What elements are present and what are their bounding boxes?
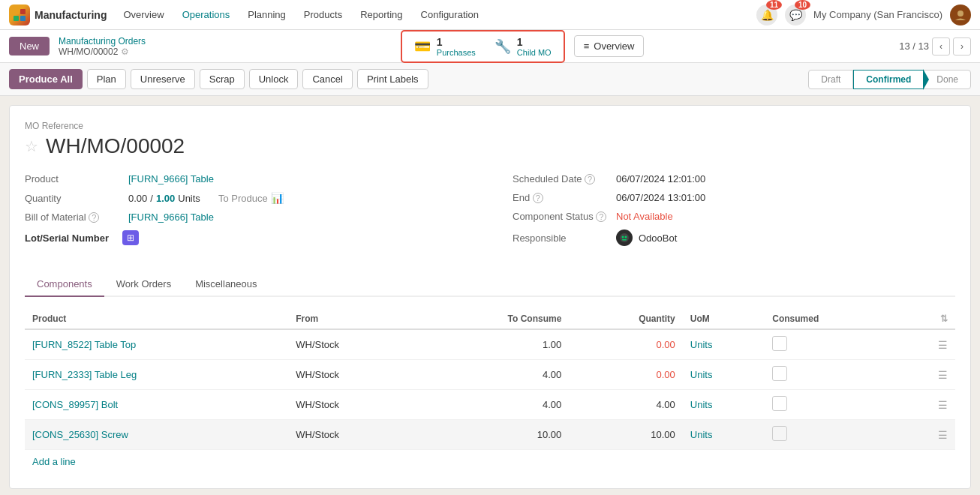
purchases-smart-button[interactable]: 💳 1 Purchases: [405, 33, 485, 60]
row-to-consume: 4.00: [417, 360, 569, 390]
nav-planning[interactable]: Planning: [240, 6, 293, 23]
component-status-label: Component Status ?: [513, 211, 610, 222]
to-produce-label: To Produce: [218, 193, 268, 204]
product-value[interactable]: [FURN_9666] Table: [128, 173, 214, 184]
col-to-consume[interactable]: To Consume: [417, 309, 569, 329]
scrap-button[interactable]: Scrap: [200, 69, 245, 89]
end-date-help-icon[interactable]: ?: [533, 193, 543, 203]
quantity-separator: /: [150, 193, 153, 204]
quantity-total[interactable]: 1.00: [156, 193, 175, 204]
row-to-consume: 1.00: [417, 329, 569, 360]
app-logo: Manufacturing: [9, 4, 107, 26]
row-uom[interactable]: Units: [683, 390, 765, 420]
col-consumed: Consumed: [765, 309, 900, 329]
pagination-next-button[interactable]: ›: [953, 38, 971, 56]
row-detail[interactable]: ☰: [900, 360, 955, 390]
bom-field-row: Bill of Material ? [FURN_9666] Table: [25, 212, 467, 223]
row-uom[interactable]: Units: [683, 420, 765, 450]
add-line-button[interactable]: Add a line: [25, 450, 83, 473]
child-mo-smart-button[interactable]: 🔧 1 Child MO: [485, 33, 561, 60]
row-detail-button[interactable]: ☰: [938, 369, 948, 381]
mo-reference-label: MO Reference: [25, 121, 955, 131]
nav-configuration[interactable]: Configuration: [413, 6, 486, 23]
row-detail[interactable]: ☰: [900, 390, 955, 420]
bom-value[interactable]: [FURN_9666] Table: [128, 212, 214, 223]
company-name: My Company (San Francisco): [813, 9, 942, 20]
row-consumed[interactable]: [765, 360, 900, 390]
unreserve-button[interactable]: Unreserve: [131, 69, 195, 89]
row-detail-button[interactable]: ☰: [938, 429, 948, 441]
breadcrumb-parent-link[interactable]: Manufacturing Orders: [59, 36, 146, 46]
detail-tabs: Components Work Orders Miscellaneous: [25, 272, 955, 297]
forecast-chart-icon[interactable]: 📊: [271, 192, 284, 204]
step-draft[interactable]: Draft: [808, 70, 853, 89]
responsible-name: OdooBot: [639, 232, 677, 244]
overview-button[interactable]: ≡ Overview: [574, 35, 645, 57]
nav-overview[interactable]: Overview: [116, 6, 171, 23]
breadcrumb-current: WH/MO/00002 ⚙: [59, 46, 146, 57]
step-confirmed[interactable]: Confirmed: [853, 70, 924, 89]
user-avatar[interactable]: [950, 4, 971, 26]
row-from: WH/Stock: [288, 420, 417, 450]
action-bar: Produce All Plan Unreserve Scrap Unlock …: [0, 63, 980, 96]
col-product[interactable]: Product: [25, 309, 288, 329]
camera-scan-icon[interactable]: ⊞: [122, 230, 139, 245]
svg-point-4: [957, 10, 963, 16]
svg-rect-8: [622, 239, 627, 241]
row-detail[interactable]: ☰: [900, 329, 955, 360]
component-status-help-icon[interactable]: ?: [596, 212, 606, 222]
cancel-button[interactable]: Cancel: [302, 69, 352, 89]
form-right-column: Scheduled Date ? 06/07/2024 12:01:00 End…: [513, 173, 955, 257]
step-done[interactable]: Done: [924, 70, 971, 89]
nav-reporting[interactable]: Reporting: [353, 6, 410, 23]
col-sort[interactable]: ⇅: [900, 309, 955, 329]
row-from: WH/Stock: [288, 390, 417, 420]
messages-button[interactable]: 💬 10: [785, 4, 806, 26]
row-quantity[interactable]: 4.00: [569, 390, 682, 420]
row-consumed[interactable]: [765, 390, 900, 420]
quantity-display: 0.00 / 1.00 Units To Produce 📊: [128, 192, 284, 204]
breadcrumb: Manufacturing Orders WH/MO/00002 ⚙: [59, 36, 146, 57]
mo-number: WH/MO/00002: [46, 134, 185, 158]
smart-buttons-group: 💳 1 Purchases 🔧 1 Child MO: [401, 30, 565, 63]
row-consumed[interactable]: [765, 329, 900, 360]
tab-work-orders[interactable]: Work Orders: [104, 272, 183, 297]
notifications-button[interactable]: 🔔 11: [756, 4, 777, 26]
row-uom[interactable]: Units: [683, 329, 765, 360]
row-detail-button[interactable]: ☰: [938, 339, 948, 351]
row-detail[interactable]: ☰: [900, 420, 955, 450]
pagination-prev-button[interactable]: ‹: [932, 38, 950, 56]
product-field-row: Product [FURN_9666] Table: [25, 173, 467, 184]
plan-button[interactable]: Plan: [87, 69, 126, 89]
table-row: [CONS_25630] Screw WH/Stock 10.00 10.00 …: [25, 420, 955, 450]
row-quantity[interactable]: 10.00: [569, 420, 682, 450]
settings-icon[interactable]: ⚙: [121, 46, 129, 57]
nav-products[interactable]: Products: [296, 6, 350, 23]
end-date-value[interactable]: 06/07/2024 13:01:00: [616, 192, 705, 203]
bom-help-icon[interactable]: ?: [89, 212, 99, 223]
unlock-button[interactable]: Unlock: [249, 69, 299, 89]
tab-components[interactable]: Components: [25, 272, 104, 297]
row-uom[interactable]: Units: [683, 360, 765, 390]
scheduled-date-help-icon[interactable]: ?: [585, 174, 595, 184]
product-label: Product: [25, 173, 122, 184]
row-quantity[interactable]: 0.00: [569, 360, 682, 390]
lot-serial-label: Lot/Serial Number: [25, 232, 122, 244]
scheduled-date-value[interactable]: 06/07/2024 12:01:00: [616, 173, 705, 184]
print-labels-button[interactable]: Print Labels: [357, 69, 428, 89]
row-to-consume: 4.00: [417, 390, 569, 420]
favorite-star-icon[interactable]: ☆: [25, 137, 38, 155]
status-steps: Draft Confirmed Done: [808, 70, 971, 89]
nav-operations[interactable]: Operations: [175, 6, 238, 23]
row-detail-button[interactable]: ☰: [938, 399, 948, 411]
row-quantity[interactable]: 0.00: [569, 329, 682, 360]
purchases-label: Purchases: [437, 48, 476, 57]
col-quantity[interactable]: Quantity: [569, 309, 682, 329]
main-content: MO Reference ☆ WH/MO/00002 Product [FURN…: [9, 105, 971, 489]
tab-miscellaneous[interactable]: Miscellaneous: [183, 272, 269, 297]
produce-all-button[interactable]: Produce All: [9, 69, 83, 89]
new-button[interactable]: New: [9, 37, 50, 56]
row-consumed[interactable]: [765, 420, 900, 450]
col-from[interactable]: From: [288, 309, 417, 329]
svg-point-7: [625, 236, 627, 238]
